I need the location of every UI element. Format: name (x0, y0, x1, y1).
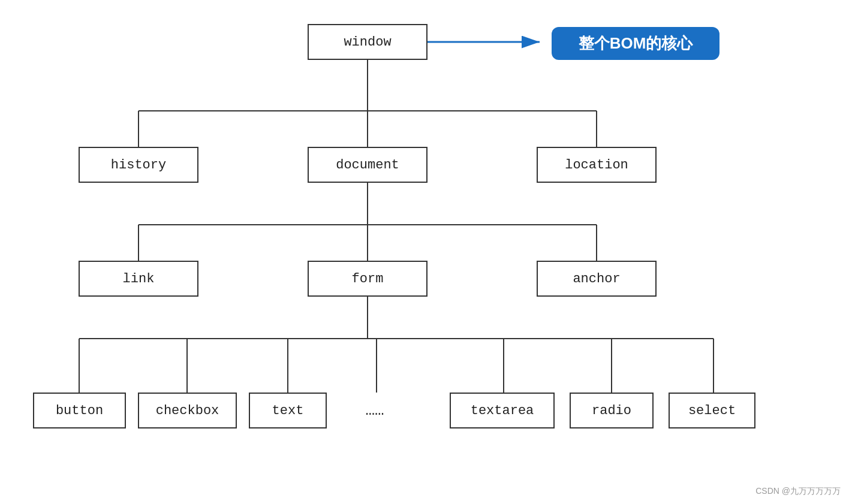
form-node: form (308, 261, 428, 297)
callout-bubble: 整个BOM的核心 (552, 27, 719, 60)
location-node: location (537, 147, 657, 183)
select-node: select (669, 393, 755, 428)
anchor-node: anchor (537, 261, 657, 297)
textarea-node: textarea (450, 393, 555, 428)
footer-text: CSDN @九万万万万万 (755, 486, 841, 497)
ellipsis-node: …… (342, 393, 408, 428)
text-node: text (249, 393, 327, 428)
history-node: history (79, 147, 198, 183)
document-node: document (308, 147, 428, 183)
button-node: button (33, 393, 126, 428)
window-node: window (308, 24, 428, 60)
checkbox-node: checkbox (138, 393, 237, 428)
link-node: link (79, 261, 198, 297)
radio-node: radio (570, 393, 654, 428)
